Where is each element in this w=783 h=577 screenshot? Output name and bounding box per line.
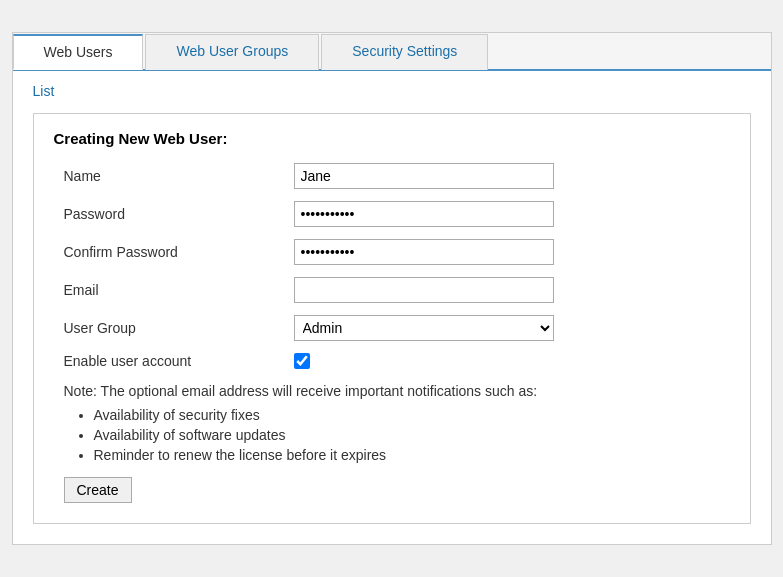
password-row: Password [54, 201, 730, 227]
note-section: Note: The optional email address will re… [54, 383, 730, 463]
list-item: Availability of security fixes [94, 407, 730, 423]
tab-security-settings[interactable]: Security Settings [321, 34, 488, 70]
name-label: Name [54, 168, 294, 184]
user-group-row: User Group Admin User Guest [54, 315, 730, 341]
create-user-panel: Creating New Web User: Name Password Con… [33, 113, 751, 524]
main-content: List Creating New Web User: Name Passwor… [13, 71, 771, 544]
user-group-label: User Group [54, 320, 294, 336]
name-row: Name [54, 163, 730, 189]
user-group-select[interactable]: Admin User Guest [294, 315, 554, 341]
tab-bar: Web Users Web User Groups Security Setti… [13, 33, 771, 71]
form-title: Creating New Web User: [54, 130, 730, 147]
enable-account-label: Enable user account [54, 353, 294, 369]
confirm-password-input[interactable] [294, 239, 554, 265]
confirm-password-label: Confirm Password [54, 244, 294, 260]
email-label: Email [54, 282, 294, 298]
breadcrumb-list-link[interactable]: List [33, 83, 55, 99]
create-button[interactable]: Create [64, 477, 132, 503]
password-label: Password [54, 206, 294, 222]
email-input[interactable] [294, 277, 554, 303]
password-input[interactable] [294, 201, 554, 227]
enable-account-row: Enable user account [54, 353, 730, 369]
email-row: Email [54, 277, 730, 303]
tab-web-user-groups[interactable]: Web User Groups [145, 34, 319, 70]
confirm-password-row: Confirm Password [54, 239, 730, 265]
enable-account-checkbox[interactable] [294, 353, 310, 369]
name-input[interactable] [294, 163, 554, 189]
tab-web-users[interactable]: Web Users [13, 34, 144, 70]
note-intro-text: Note: The optional email address will re… [64, 383, 538, 399]
list-item: Availability of software updates [94, 427, 730, 443]
note-list: Availability of security fixes Availabil… [64, 407, 730, 463]
list-item: Reminder to renew the license before it … [94, 447, 730, 463]
